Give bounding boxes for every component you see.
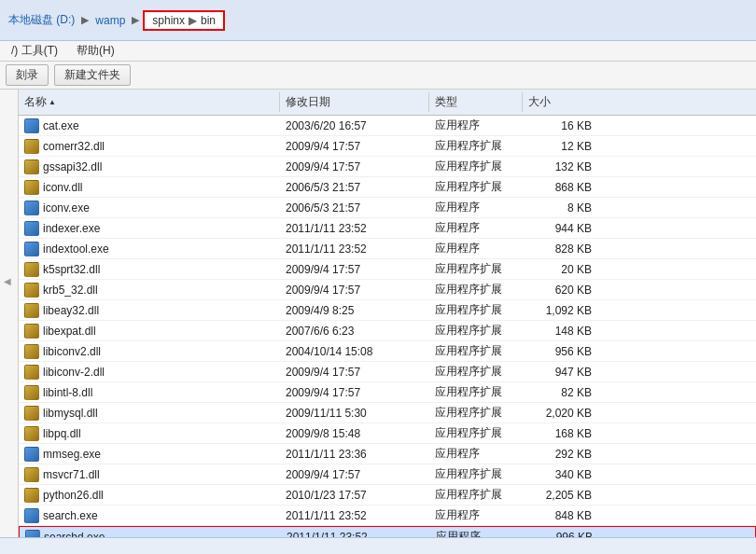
menu-tools[interactable]: /) 工具(T) [6, 42, 63, 60]
new-folder-button[interactable]: 新建文件夹 [54, 64, 131, 86]
col-name[interactable]: 名称 ▲ [19, 92, 280, 112]
file-date-cell: 2006/5/3 21:57 [280, 177, 429, 197]
sort-icon: ▲ [49, 98, 56, 106]
file-date: 2011/1/11 23:52 [286, 509, 367, 522]
table-row[interactable]: gssapi32.dll 2009/9/4 17:57 应用程序扩展 132 K… [19, 157, 756, 177]
file-type-cell: 应用程序扩展 [429, 423, 523, 443]
file-size-cell: 848 KB [523, 506, 597, 525]
exe-icon [24, 242, 39, 256]
file-size: 956 KB [555, 345, 592, 358]
file-type-cell: 应用程序扩展 [429, 485, 523, 505]
breadcrumb-bin: bin [201, 14, 216, 27]
table-row[interactable]: iconv.dll 2006/5/3 21:57 应用程序扩展 868 KB [19, 177, 756, 198]
exe-icon [24, 201, 39, 215]
title-bar: 本地磁盘 (D:) ▶ wamp ▶ sphinx ▶ bin [0, 0, 756, 41]
breadcrumb-active[interactable]: sphinx ▶ bin [143, 10, 225, 31]
col-type[interactable]: 类型 [429, 92, 523, 112]
file-name-cell: libiconv-2.dll [19, 362, 280, 381]
file-name-cell: python26.dll [19, 485, 280, 505]
dll-icon [24, 406, 39, 421]
file-date-cell: 2009/9/4 17:57 [280, 136, 429, 156]
file-name-cell: libeay32.dll [19, 300, 280, 320]
table-row[interactable]: libmysql.dll 2009/11/11 5:30 应用程序扩展 2,02… [19, 403, 756, 423]
file-size: 2,020 KB [546, 407, 592, 420]
file-date: 2009/9/4 17:57 [286, 263, 360, 276]
column-headers: 名称 ▲ 修改日期 类型 大小 [19, 90, 756, 116]
file-type: 应用程序扩展 [435, 487, 502, 503]
file-type: 应用程序扩展 [435, 261, 502, 277]
table-row[interactable]: libiconv2.dll 2004/10/14 15:08 应用程序扩展 95… [19, 341, 756, 362]
file-type: 应用程序 [435, 446, 480, 462]
table-row[interactable]: python26.dll 2010/1/23 17:57 应用程序扩展 2,20… [19, 485, 756, 506]
table-row[interactable]: indexer.exe 2011/1/11 23:52 应用程序 944 KB [19, 218, 756, 239]
table-row[interactable]: cat.exe 2003/6/20 16:57 应用程序 16 KB [19, 116, 756, 136]
file-size-cell: 292 KB [523, 444, 597, 464]
table-row[interactable]: libpq.dll 2009/9/8 15:48 应用程序扩展 168 KB [19, 423, 756, 444]
file-size-cell: 2,020 KB [523, 403, 597, 422]
table-row[interactable]: krb5_32.dll 2009/9/4 17:57 应用程序扩展 620 KB [19, 280, 756, 300]
col-date[interactable]: 修改日期 [280, 92, 429, 112]
content-area: 名称 ▲ 修改日期 类型 大小 cat.exe 2003/6/20 16:57 … [19, 90, 756, 537]
table-row[interactable]: search.exe 2011/1/11 23:52 应用程序 848 KB [19, 506, 756, 526]
file-type-cell: 应用程序扩展 [429, 403, 523, 422]
file-name-cell: krb5_32.dll [19, 280, 280, 299]
table-row[interactable]: libiconv-2.dll 2009/9/4 17:57 应用程序扩展 947… [19, 362, 756, 382]
file-type: 应用程序扩展 [435, 425, 502, 441]
table-row[interactable]: iconv.exe 2006/5/3 21:57 应用程序 8 KB [19, 198, 756, 218]
file-type-cell: 应用程序扩展 [429, 362, 523, 381]
file-date: 2006/5/3 21:57 [286, 181, 360, 194]
file-size-cell: 1,092 KB [523, 300, 597, 320]
menu-help[interactable]: 帮助(H) [71, 42, 120, 60]
file-name-cell: k5sprt32.dll [19, 259, 280, 279]
table-row[interactable]: msvcr71.dll 2009/9/4 17:57 应用程序扩展 340 KB [19, 464, 756, 485]
file-list[interactable]: cat.exe 2003/6/20 16:57 应用程序 16 KB comer… [19, 116, 756, 537]
table-row[interactable]: libexpat.dll 2007/6/6 6:23 应用程序扩展 148 KB [19, 321, 756, 341]
table-row[interactable]: comerr32.dll 2009/9/4 17:57 应用程序扩展 12 KB [19, 136, 756, 157]
file-type-cell: 应用程序 [429, 218, 523, 238]
file-date-cell: 2010/1/23 17:57 [280, 485, 429, 505]
table-row[interactable]: indextool.exe 2011/1/11 23:52 应用程序 828 K… [19, 239, 756, 259]
dll-icon [24, 467, 39, 482]
file-date-cell: 2009/9/4 17:57 [280, 382, 429, 402]
file-date: 2009/9/4 17:57 [286, 468, 360, 481]
file-date: 2006/5/3 21:57 [286, 201, 360, 215]
file-date-cell: 2007/6/6 6:23 [280, 321, 429, 340]
file-type: 应用程序扩展 [435, 302, 502, 318]
file-size: 132 KB [555, 160, 592, 173]
file-date: 2009/9/4 17:57 [286, 160, 360, 173]
burn-button[interactable]: 刻录 [6, 64, 49, 86]
file-name-cell: cat.exe [19, 116, 280, 135]
file-name-cell: searchd.exe [20, 527, 281, 537]
table-row[interactable]: k5sprt32.dll 2009/9/4 17:57 应用程序扩展 20 KB [19, 259, 756, 280]
file-type: 应用程序 [435, 220, 480, 236]
sep1: ▶ [81, 14, 89, 26]
left-nav: ◀ [0, 90, 19, 537]
file-type: 应用程序扩展 [435, 159, 502, 174]
col-size[interactable]: 大小 [523, 92, 597, 112]
file-type: 应用程序扩展 [435, 323, 502, 339]
file-type-cell: 应用程序扩展 [429, 341, 523, 361]
file-type: 应用程序扩展 [435, 138, 502, 154]
file-type: 应用程序扩展 [435, 384, 502, 400]
file-name: libexpat.dll [43, 325, 96, 338]
table-row[interactable]: searchd.exe 2011/1/11 23:52 应用程序 996 KB [19, 526, 756, 537]
table-row[interactable]: mmseg.exe 2011/1/11 23:36 应用程序 292 KB [19, 444, 756, 464]
status-bar [0, 537, 756, 554]
table-row[interactable]: libintl-8.dll 2009/9/4 17:57 应用程序扩展 82 K… [19, 382, 756, 403]
file-size-cell: 82 KB [523, 382, 597, 402]
file-size: 8 KB [567, 201, 592, 215]
file-size: 947 KB [555, 366, 592, 379]
file-name: mmseg.exe [43, 448, 101, 461]
sep2: ▶ [132, 14, 139, 26]
file-type-cell: 应用程序扩展 [429, 280, 523, 299]
breadcrumb-drive[interactable]: 本地磁盘 (D:) [6, 11, 77, 29]
file-type-cell: 应用程序扩展 [429, 321, 523, 340]
file-size: 168 KB [555, 427, 592, 440]
table-row[interactable]: libeay32.dll 2009/4/9 8:25 应用程序扩展 1,092 … [19, 300, 756, 321]
file-size: 16 KB [561, 119, 592, 132]
breadcrumb-wamp[interactable]: wamp [92, 13, 128, 28]
file-size: 20 KB [561, 263, 592, 276]
file-size: 620 KB [555, 284, 592, 297]
dll-icon [24, 324, 39, 339]
file-size-cell: 868 KB [523, 177, 597, 197]
